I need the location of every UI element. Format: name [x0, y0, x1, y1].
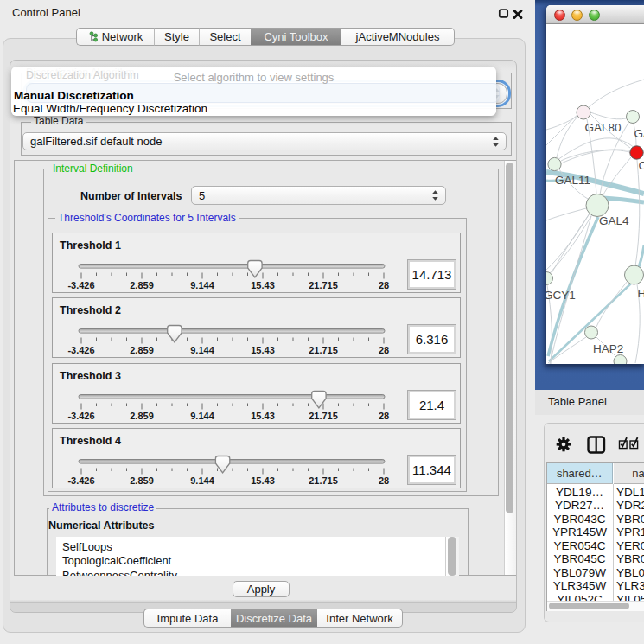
svg-text:GAL80: GAL80 — [585, 121, 622, 134]
svg-text:GCY1: GCY1 — [546, 289, 576, 302]
svg-text:21.715: 21.715 — [309, 345, 338, 355]
svg-text:21.715: 21.715 — [309, 410, 338, 420]
svg-text:21.715: 21.715 — [309, 475, 338, 485]
svg-text:HAP2: HAP2 — [593, 342, 623, 355]
svg-text:15.43: 15.43 — [251, 410, 275, 420]
svg-text:2.859: 2.859 — [130, 475, 154, 485]
svg-text:15.43: 15.43 — [251, 475, 275, 485]
svg-text:-3.426: -3.426 — [67, 345, 94, 355]
svg-text:9.144: 9.144 — [190, 280, 214, 290]
svg-text:15.43: 15.43 — [251, 280, 275, 290]
svg-text:9.144: 9.144 — [190, 345, 214, 355]
svg-text:2.859: 2.859 — [130, 345, 154, 355]
svg-text:28: 28 — [379, 410, 389, 420]
svg-text:9.144: 9.144 — [190, 410, 214, 420]
svg-text:-3.426: -3.426 — [67, 410, 94, 420]
svg-text:GAL11: GAL11 — [555, 174, 590, 187]
svg-text:CRP: CRP — [639, 159, 644, 172]
svg-text:15.43: 15.43 — [251, 345, 275, 355]
svg-text:2.859: 2.859 — [130, 280, 154, 290]
svg-text:21.715: 21.715 — [309, 280, 338, 290]
svg-text:28: 28 — [379, 345, 389, 355]
svg-text:28: 28 — [379, 280, 389, 290]
svg-text:GAL3: GAL3 — [634, 127, 644, 140]
svg-text:2.859: 2.859 — [130, 410, 154, 420]
svg-text:GAL4: GAL4 — [599, 214, 629, 227]
svg-text:9.144: 9.144 — [190, 475, 214, 485]
svg-text:HIS4: HIS4 — [638, 287, 644, 300]
svg-text:28: 28 — [379, 475, 389, 485]
svg-text:-3.426: -3.426 — [67, 280, 94, 290]
svg-text:-3.426: -3.426 — [67, 475, 94, 485]
